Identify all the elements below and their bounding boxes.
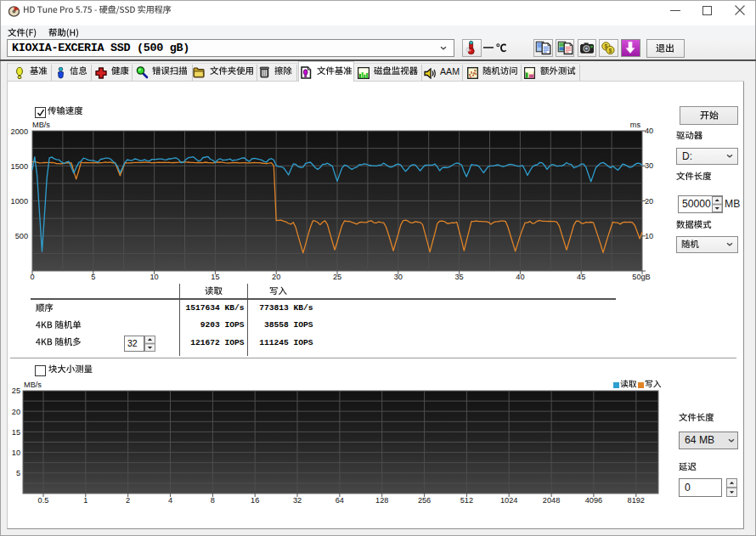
svg-text:$: $ [609, 47, 612, 54]
